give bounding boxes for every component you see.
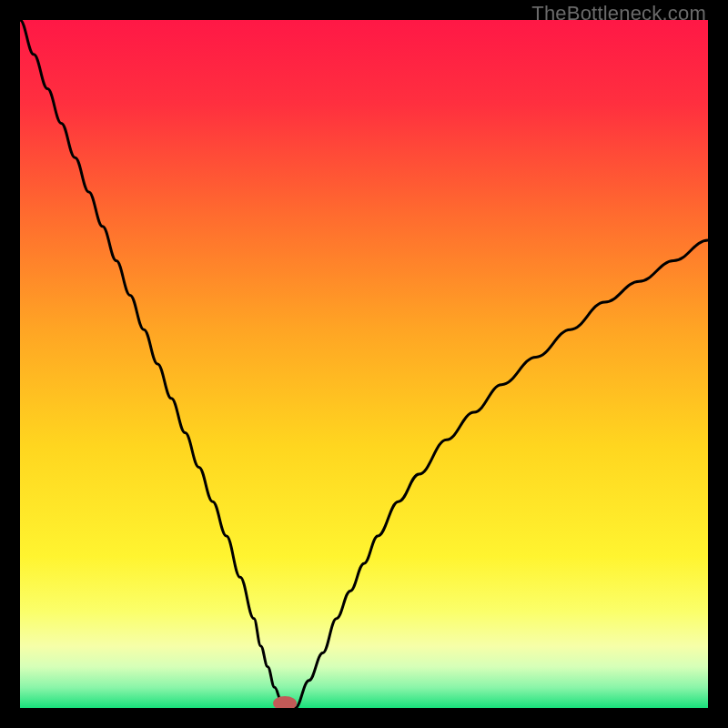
chart-svg — [20, 20, 708, 708]
chart-background — [20, 20, 708, 708]
chart-frame — [20, 20, 708, 708]
watermark-text: TheBottleneck.com — [531, 2, 706, 25]
